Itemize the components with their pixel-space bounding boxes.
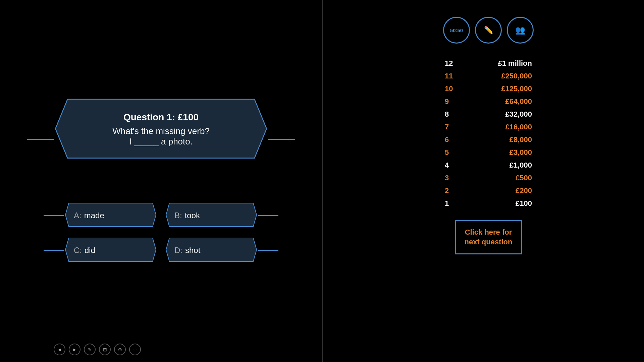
answer-d-right-line — [258, 250, 278, 251]
answers-container: A: made B: took — [44, 201, 278, 264]
edit-button[interactable]: ✎ — [84, 344, 96, 355]
answer-c-left-line — [44, 250, 64, 251]
prize-row-4: 4 £1,000 — [441, 159, 535, 172]
answer-a-text: A: made — [64, 201, 158, 230]
prize-num-6: 6 — [445, 135, 458, 144]
prize-num-7: 7 — [445, 123, 458, 131]
prize-row-3: 3 £500 — [441, 172, 535, 184]
question-body-line2: I _____ a photo. — [129, 136, 193, 147]
answer-c-value: did — [85, 246, 95, 255]
next-button-line2: next question — [461, 237, 516, 247]
prize-row-8: 8 £32,000 — [441, 108, 535, 121]
question-title: Question 1: £100 — [123, 112, 199, 123]
question-box: Question 1: £100 What's the missing verb… — [54, 98, 268, 161]
question-wrapper: Question 1: £100 What's the missing verb… — [27, 98, 295, 181]
phone-friend-button[interactable]: ✏️ — [475, 17, 502, 44]
prize-num-9: 9 — [445, 97, 458, 106]
answer-a-box[interactable]: A: made — [64, 201, 158, 230]
right-panel: 50:50 ✏️ 👥 12 £1 million 11 £250,000 10 … — [323, 0, 644, 362]
prize-row-7: 7 £16,000 — [441, 121, 535, 133]
prize-list: 12 £1 million 11 £250,000 10 £125,000 9 … — [441, 57, 535, 210]
fifty-fifty-button[interactable]: 50:50 — [443, 17, 470, 44]
answer-a-label: A: — [74, 211, 82, 220]
prize-amount-5: £3,000 — [509, 148, 532, 157]
answer-d-box[interactable]: D: shot — [164, 236, 258, 264]
prize-num-5: 5 — [445, 148, 458, 157]
prize-amount-8: £32,000 — [505, 110, 532, 119]
answer-a-value: made — [84, 211, 104, 220]
answer-c-text: C: did — [64, 236, 158, 264]
question-right-line — [268, 139, 295, 140]
answer-b-value: took — [185, 211, 200, 220]
prize-amount-9: £64,000 — [505, 97, 532, 106]
prize-row-2: 2 £200 — [441, 184, 535, 197]
prize-num-3: 3 — [445, 174, 458, 182]
prize-row-11: 11 £250,000 — [441, 70, 535, 82]
audience-icon: 👥 — [515, 25, 525, 35]
ask-audience-button[interactable]: 👥 — [507, 17, 534, 44]
prize-num-4: 4 — [445, 161, 458, 170]
next-question-button[interactable]: Click here for next question — [455, 220, 522, 254]
answer-b-wrapper: B: took — [164, 201, 278, 230]
prize-amount-11: £250,000 — [501, 72, 532, 80]
zoom-button[interactable]: ⊕ — [114, 344, 126, 355]
answer-d-value: shot — [185, 246, 200, 255]
prize-amount-12: £1 million — [498, 59, 532, 68]
prize-row-1: 1 £100 — [441, 197, 535, 210]
answer-c-box[interactable]: C: did — [64, 236, 158, 264]
prize-amount-1: £100 — [516, 199, 532, 208]
prize-num-12: 12 — [445, 59, 458, 68]
question-body-line1: What's the missing verb? — [112, 126, 210, 136]
next-button-line1: Click here for — [461, 228, 516, 237]
prize-num-10: 10 — [445, 84, 458, 93]
prize-row-12: 12 £1 million — [441, 57, 535, 70]
answer-a-wrapper: A: made — [44, 201, 158, 230]
fifty-fifty-label: 50:50 — [450, 27, 463, 33]
answer-d-text: D: shot — [164, 236, 258, 264]
left-panel: Question 1: £100 What's the missing verb… — [0, 0, 322, 362]
prize-row-6: 6 £8,000 — [441, 133, 535, 146]
prize-amount-4: £1,000 — [509, 161, 532, 170]
answer-d-label: D: — [174, 246, 182, 255]
lifelines-row: 50:50 ✏️ 👥 — [443, 17, 534, 44]
grid-button[interactable]: ⊞ — [99, 344, 111, 355]
forward-button[interactable]: ► — [69, 344, 80, 355]
bottom-toolbar: ◄ ► ✎ ⊞ ⊕ ··· — [54, 344, 141, 355]
answer-c-label: C: — [74, 246, 82, 255]
answer-a-left-line — [44, 215, 64, 216]
prize-num-8: 8 — [445, 110, 458, 119]
answer-b-right-line — [258, 215, 278, 216]
prize-amount-6: £8,000 — [509, 135, 532, 144]
prize-num-1: 1 — [445, 199, 458, 208]
prize-amount-2: £200 — [516, 186, 532, 195]
answer-b-box[interactable]: B: took — [164, 201, 258, 230]
prize-row-5: 5 £3,000 — [441, 146, 535, 159]
answer-b-label: B: — [174, 211, 182, 220]
prize-row-10: 10 £125,000 — [441, 82, 535, 95]
prize-row-9: 9 £64,000 — [441, 95, 535, 108]
prize-amount-3: £500 — [516, 174, 532, 182]
answer-d-wrapper: D: shot — [164, 236, 278, 264]
back-button[interactable]: ◄ — [54, 344, 65, 355]
question-left-line — [27, 139, 54, 140]
answer-c-wrapper: C: did — [44, 236, 158, 264]
prize-num-11: 11 — [445, 72, 458, 80]
prize-amount-7: £16,000 — [505, 123, 532, 131]
prize-amount-10: £125,000 — [501, 84, 532, 93]
phone-pencil-icon: ✏️ — [484, 26, 493, 35]
prize-num-2: 2 — [445, 186, 458, 195]
answer-b-text: B: took — [164, 201, 258, 230]
more-button[interactable]: ··· — [129, 344, 141, 355]
